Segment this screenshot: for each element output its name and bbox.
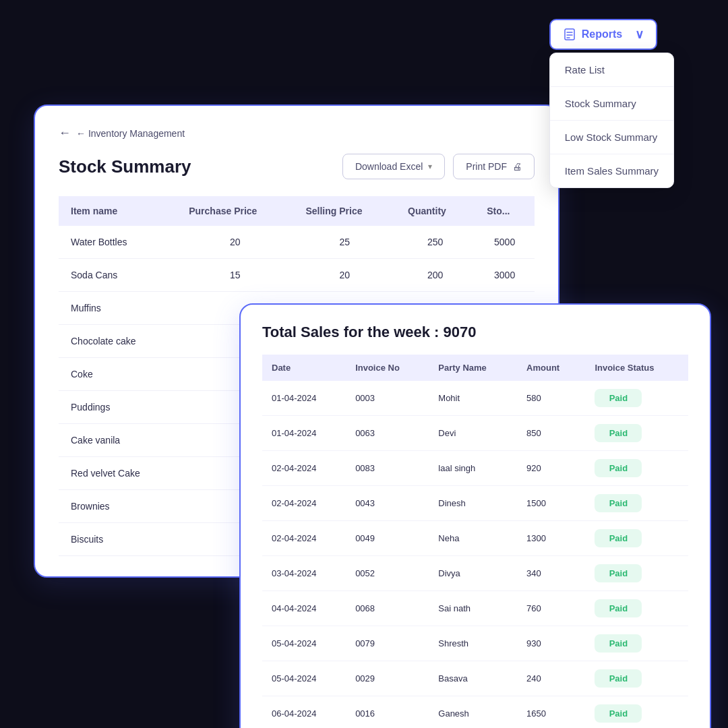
sales-summary-card: Total Sales for the week : 9070 Date Inv… — [239, 303, 711, 728]
col-selling-price: Selling Price — [293, 196, 396, 226]
table-row: 01-04-2024 0063 Devi 850 Paid — [262, 416, 688, 451]
reports-button[interactable]: Reports ∨ — [549, 19, 657, 50]
quantity: 250 — [396, 226, 475, 259]
col-amount: Amount — [517, 355, 585, 381]
purchase-price: 15 — [177, 259, 293, 292]
reports-icon — [563, 28, 576, 41]
col-invoice-no: Invoice No — [346, 355, 429, 381]
dropdown-arrow-icon: ▾ — [428, 162, 432, 171]
download-label: Download Excel — [355, 161, 423, 172]
back-navigation[interactable]: ← ← Inventory Management — [59, 126, 535, 140]
download-excel-button[interactable]: Download Excel ▾ — [342, 154, 445, 179]
date: 01-04-2024 — [262, 381, 346, 416]
selling-price: 20 — [293, 259, 396, 292]
status-badge: Paid — [595, 459, 642, 477]
col-date: Date — [262, 355, 346, 381]
table-row: 05-04-2024 0079 Shresth 930 Paid — [262, 626, 688, 661]
invoice-status: Paid — [585, 416, 688, 451]
col-invoice-status: Invoice Status — [585, 355, 688, 381]
status-badge: Paid — [595, 564, 642, 582]
status-badge: Paid — [595, 494, 642, 512]
col-party-name: Party Name — [429, 355, 517, 381]
table-row: 02-04-2024 0049 Neha 1300 Paid — [262, 521, 688, 556]
status-badge: Paid — [595, 424, 642, 442]
table-row: 02-04-2024 0083 laal singh 920 Paid — [262, 451, 688, 486]
invoice-status: Paid — [585, 381, 688, 416]
sales-table: Date Invoice No Party Name Amount Invoic… — [262, 355, 688, 728]
invoice-no: 0043 — [346, 486, 429, 521]
item-name: Red velvet Cake — [59, 457, 177, 490]
reports-button-label: Reports — [582, 28, 622, 40]
amount: 1500 — [517, 486, 585, 521]
amount: 930 — [517, 626, 585, 661]
sales-table-body: 01-04-2024 0003 Mohit 580 Paid 01-04-202… — [262, 381, 688, 728]
party-name: Basava — [429, 661, 517, 696]
amount: 1300 — [517, 521, 585, 556]
col-stock: Sto... — [475, 196, 535, 226]
amount: 240 — [517, 661, 585, 696]
stock-value: 5000 — [475, 226, 535, 259]
print-label: Print PDF — [466, 161, 507, 172]
invoice-status: Paid — [585, 661, 688, 696]
invoice-no: 0068 — [346, 591, 429, 626]
date: 03-04-2024 — [262, 556, 346, 591]
item-name: Muffins — [59, 292, 177, 325]
party-name: Neha — [429, 521, 517, 556]
menu-item-stock-summary[interactable]: Stock Summary — [550, 87, 673, 121]
table-row: 03-04-2024 0052 Divya 340 Paid — [262, 556, 688, 591]
quantity: 200 — [396, 259, 475, 292]
party-name: Divya — [429, 556, 517, 591]
invoice-status: Paid — [585, 696, 688, 729]
chevron-down-icon: ∨ — [635, 27, 644, 42]
selling-price: 25 — [293, 226, 396, 259]
amount: 580 — [517, 381, 585, 416]
invoice-no: 0079 — [346, 626, 429, 661]
table-row: 05-04-2024 0029 Basava 240 Paid — [262, 661, 688, 696]
reports-dropdown-container: Reports ∨ Rate List Stock Summary Low St… — [549, 19, 674, 188]
date: 04-04-2024 — [262, 591, 346, 626]
print-icon: 🖨 — [512, 161, 522, 172]
status-badge: Paid — [595, 389, 642, 407]
status-badge: Paid — [595, 529, 642, 547]
date: 02-04-2024 — [262, 451, 346, 486]
scene: Reports ∨ Rate List Stock Summary Low St… — [0, 0, 728, 728]
date: 06-04-2024 — [262, 696, 346, 729]
header-actions: Download Excel ▾ Print PDF 🖨 — [342, 154, 535, 179]
menu-item-low-stock[interactable]: Low Stock Summary — [550, 121, 673, 154]
invoice-status: Paid — [585, 591, 688, 626]
stock-value: 3000 — [475, 259, 535, 292]
amount: 1650 — [517, 696, 585, 729]
item-name: Coke — [59, 358, 177, 391]
invoice-no: 0016 — [346, 696, 429, 729]
table-header-row: Item name Purchase Price Selling Price Q… — [59, 196, 535, 226]
invoice-status: Paid — [585, 556, 688, 591]
menu-item-item-sales[interactable]: Item Sales Summary — [550, 154, 673, 187]
invoice-no: 0029 — [346, 661, 429, 696]
col-item-name: Item name — [59, 196, 177, 226]
amount: 340 — [517, 556, 585, 591]
invoice-status: Paid — [585, 626, 688, 661]
party-name: Dinesh — [429, 486, 517, 521]
item-name: Brownies — [59, 490, 177, 523]
item-name: Puddings — [59, 391, 177, 424]
print-pdf-button[interactable]: Print PDF 🖨 — [453, 154, 535, 179]
sales-summary-title: Total Sales for the week : 9070 — [262, 324, 688, 341]
table-row: 02-04-2024 0043 Dinesh 1500 Paid — [262, 486, 688, 521]
menu-item-rate-list[interactable]: Rate List — [550, 53, 673, 87]
party-name: Shresth — [429, 626, 517, 661]
status-badge: Paid — [595, 704, 642, 723]
table-row: Soda Cans 15 20 200 3000 — [59, 259, 535, 292]
date: 02-04-2024 — [262, 486, 346, 521]
party-name: Ganesh — [429, 696, 517, 729]
party-name: Mohit — [429, 381, 517, 416]
stock-summary-title: Stock Summary — [59, 156, 191, 177]
back-arrow-icon: ← — [59, 126, 71, 140]
amount: 760 — [517, 591, 585, 626]
table-row: 06-04-2024 0016 Ganesh 1650 Paid — [262, 696, 688, 729]
back-nav-label: ← Inventory Management — [76, 128, 185, 139]
card-header: Stock Summary Download Excel ▾ Print PDF… — [59, 154, 535, 179]
invoice-no: 0063 — [346, 416, 429, 451]
table-row: Water Bottles 20 25 250 5000 — [59, 226, 535, 259]
invoice-no: 0083 — [346, 451, 429, 486]
purchase-price: 20 — [177, 226, 293, 259]
